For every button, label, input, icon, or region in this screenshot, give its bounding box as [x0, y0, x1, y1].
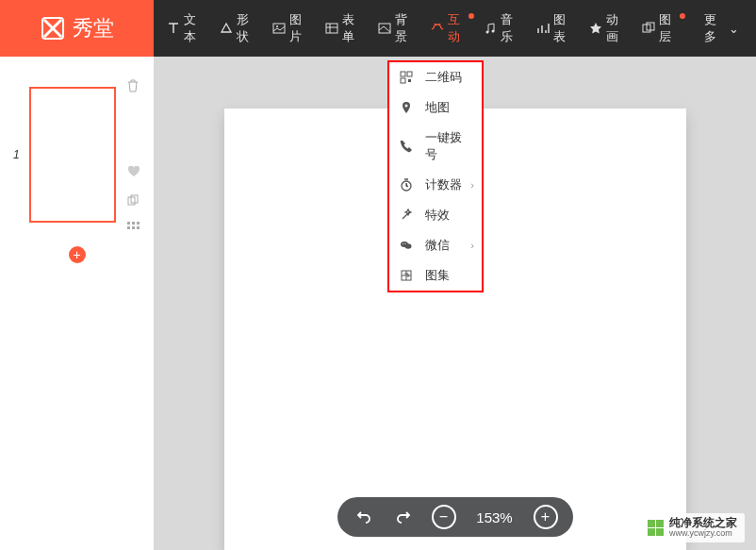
zoom-controls: − 153% + [337, 497, 573, 537]
tool-layer[interactable]: 图层 [634, 0, 687, 57]
zoom-in-button[interactable]: + [534, 505, 558, 529]
svg-point-6 [492, 30, 495, 33]
watermark-url: www.ycwjzy.com [669, 529, 737, 539]
dropdown-item-dial[interactable]: 一键拨号 [389, 123, 482, 170]
tool-interact[interactable]: 互动 [423, 0, 476, 57]
redo-button[interactable] [392, 506, 415, 528]
music-icon [484, 21, 497, 36]
svg-point-20 [404, 243, 405, 244]
gallery-icon [399, 268, 414, 283]
undo-button[interactable] [353, 506, 375, 528]
tool-background[interactable]: 背景 [370, 0, 423, 57]
tool-shape[interactable]: 形状 [212, 0, 265, 57]
notification-dot [680, 13, 685, 19]
chevron-right-icon: › [470, 179, 474, 191]
tool-music[interactable]: 音乐 [476, 0, 529, 57]
chart-icon [536, 21, 550, 36]
brand-logo[interactable]: 秀堂 [0, 0, 154, 57]
brand-icon [41, 16, 65, 41]
page-thumbnail[interactable] [29, 87, 116, 223]
interact-icon [431, 21, 444, 36]
page-number: 1 [13, 148, 20, 161]
delete-icon[interactable] [127, 79, 140, 95]
map-pin-icon [399, 100, 414, 115]
timer-icon [399, 177, 414, 192]
dropdown-item-gallery[interactable]: 图集 [389, 260, 482, 291]
star-icon [589, 21, 602, 36]
svg-rect-11 [401, 72, 405, 76]
layer-icon [642, 21, 655, 36]
add-page-button[interactable]: + [69, 246, 86, 263]
brand-text: 秀堂 [73, 14, 114, 42]
svg-rect-12 [407, 72, 412, 76]
wand-icon [399, 208, 414, 223]
more-menu[interactable]: 更多 ⌄ [687, 11, 756, 45]
tool-text[interactable]: 文本 [159, 0, 212, 57]
svg-rect-13 [401, 78, 405, 83]
dropdown-item-wechat[interactable]: 微信 › [389, 230, 482, 260]
zoom-out-button[interactable]: − [432, 505, 456, 529]
page-sidebar: 1 + [0, 57, 154, 550]
chevron-right-icon: › [470, 240, 474, 251]
svg-point-5 [486, 31, 489, 34]
zoom-level: 153% [473, 509, 517, 525]
interact-dropdown: 二维码 地图 一键拨号 计数器 › 特效 微信 › 图集 [387, 60, 484, 292]
watermark: 纯净系统之家 www.ycwjzy.com [640, 513, 745, 542]
svg-rect-14 [408, 79, 411, 82]
tool-chart[interactable]: 图表 [529, 0, 582, 57]
image-icon [272, 21, 286, 36]
dropdown-item-counter[interactable]: 计数器 › [389, 170, 482, 200]
tool-animation[interactable]: 动画 [582, 0, 634, 57]
svg-point-19 [403, 243, 403, 244]
qrcode-icon [399, 70, 414, 85]
dropdown-item-effect[interactable]: 特效 [389, 200, 482, 230]
copy-icon[interactable] [127, 193, 140, 208]
svg-point-15 [405, 105, 408, 108]
favorite-icon[interactable] [127, 165, 140, 180]
phone-icon [399, 139, 414, 154]
dropdown-item-qrcode[interactable]: 二维码 [389, 62, 482, 92]
text-icon [167, 21, 180, 36]
shape-icon [220, 21, 233, 36]
dropdown-item-map[interactable]: 地图 [389, 92, 482, 123]
grid-icon[interactable] [127, 222, 140, 229]
notification-dot [468, 13, 474, 19]
background-icon [378, 21, 391, 36]
chevron-down-icon: ⌄ [729, 22, 739, 36]
svg-point-18 [405, 243, 412, 248]
svg-point-2 [276, 25, 278, 27]
tool-image[interactable]: 图片 [265, 0, 318, 57]
svg-rect-3 [326, 24, 337, 33]
wechat-icon [399, 238, 414, 253]
watermark-logo-icon [648, 520, 664, 536]
tool-form[interactable]: 表单 [318, 0, 370, 57]
form-icon [325, 21, 338, 36]
